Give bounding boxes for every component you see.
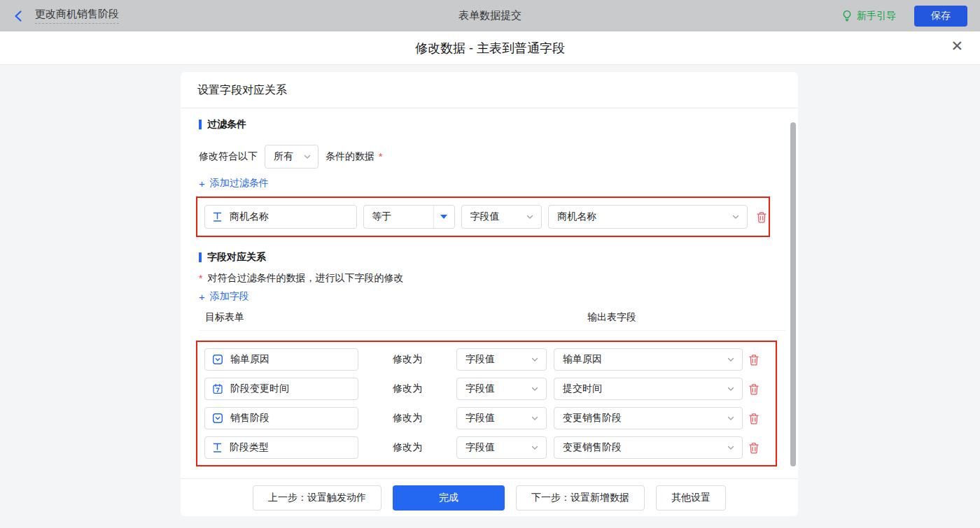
chevron-down-icon: [531, 443, 539, 452]
chevron-down-icon: [303, 152, 312, 161]
match-prefix: 修改符合以下: [199, 150, 258, 163]
chevron-down-icon: [531, 355, 539, 364]
filter-field-value: 商机名称: [230, 211, 269, 223]
caret-down-icon: [440, 215, 447, 219]
target-field-input[interactable]: 阶段类型: [204, 436, 358, 459]
mapping-column-headers: 目标表单 输出表字段: [199, 311, 785, 331]
modify-label: 修改为: [365, 383, 449, 395]
output-field-select[interactable]: 提交时间: [554, 378, 743, 400]
output-field-value: 变更销售阶段: [563, 412, 622, 424]
filter-value-type: 字段值: [470, 211, 500, 223]
target-field-input[interactable]: 销售阶段: [204, 407, 358, 429]
section-marker: [199, 120, 202, 129]
value-type-select[interactable]: 字段值: [456, 378, 547, 400]
prev-step-button[interactable]: 上一步：设置触发动作: [253, 485, 382, 511]
chevron-down-icon: [732, 213, 740, 221]
delete-row-button[interactable]: [748, 383, 760, 395]
next-step-button[interactable]: 下一步：设置新增数据: [516, 485, 645, 511]
add-field-label: 添加字段: [210, 290, 249, 303]
operator-select[interactable]: 等于: [363, 205, 454, 229]
match-suffix: 条件的数据: [326, 150, 374, 163]
value-type: 字段值: [465, 412, 495, 424]
match-mode-select[interactable]: 所有: [265, 145, 318, 169]
panel-footer: 上一步：设置触发动作 完成 下一步：设置新增数据 其他设置: [181, 478, 798, 516]
filter-value-type-select[interactable]: 字段值: [461, 205, 542, 229]
panel-header: 设置字段对应关系: [181, 72, 798, 108]
delete-row-button[interactable]: [748, 413, 760, 424]
modify-label: 修改为: [365, 412, 449, 424]
chevron-down-icon: [727, 443, 735, 452]
chevron-down-icon: [526, 213, 534, 221]
output-field-header: 输出表字段: [587, 311, 636, 322]
value-type-select[interactable]: 字段值: [456, 407, 547, 429]
scrollbar-thumb[interactable]: [790, 122, 796, 466]
filter-compare-value: 商机名称: [557, 211, 596, 223]
target-field-value: 输单原因: [230, 353, 270, 366]
delete-condition-button[interactable]: [756, 211, 767, 223]
mapping-description: 对符合过滤条件的数据，进行以下字段的修改: [207, 272, 403, 285]
filter-section-title: 过滤条件: [199, 118, 784, 131]
chevron-down-icon: [727, 355, 735, 364]
filter-compare-value-select[interactable]: 商机名称: [548, 205, 748, 229]
select-field-icon: [212, 354, 223, 365]
mapping-description-line: * 对符合过滤条件的数据，进行以下字段的修改: [199, 272, 784, 285]
target-field-value: 销售阶段: [230, 412, 270, 424]
modify-label: 修改为: [365, 353, 449, 366]
chevron-down-icon: [727, 414, 735, 422]
value-type-select[interactable]: 字段值: [456, 348, 547, 371]
output-field-value: 变更销售阶段: [563, 441, 622, 454]
text-field-icon: [212, 211, 223, 222]
value-type-select[interactable]: 字段值: [456, 436, 547, 459]
delete-row-button[interactable]: [748, 442, 760, 454]
plus-icon: +: [199, 178, 205, 190]
value-type: 字段值: [465, 383, 495, 395]
filter-field-input[interactable]: 商机名称: [204, 205, 357, 229]
match-mode-value: 所有: [274, 150, 293, 163]
value-type: 字段值: [465, 353, 495, 366]
mapping-row: 阶段变更时间 修改为 字段值 提交时间: [204, 378, 769, 400]
add-filter-condition-label: 添加过滤条件: [210, 177, 269, 190]
mapping-row: 销售阶段 修改为 字段值 变更销售阶段: [204, 407, 769, 429]
node-title: 表单数据提交: [0, 9, 980, 22]
modal-title: 修改数据 - 主表到普通字段: [415, 40, 565, 57]
plus-icon: +: [199, 291, 205, 303]
select-field-icon: [212, 413, 223, 424]
modify-label: 修改为: [365, 441, 449, 454]
mapping-section-label: 字段对应关系: [207, 251, 266, 264]
add-filter-condition-link[interactable]: + 添加过滤条件: [199, 177, 269, 190]
text-field-icon: [212, 442, 223, 453]
operator-caret-zone[interactable]: [433, 206, 454, 228]
filter-section-label: 过滤条件: [207, 118, 246, 131]
flow-title[interactable]: 更改商机销售阶段: [35, 8, 119, 24]
output-field-value: 提交时间: [563, 383, 602, 395]
top-bar: 更改商机销售阶段 表单数据提交 新手引导 保存: [0, 0, 980, 31]
panel-content: 过滤条件 修改符合以下 所有 条件的数据 * + 添加过滤条件: [181, 108, 798, 478]
delete-row-button[interactable]: [748, 354, 760, 366]
output-field-select[interactable]: 变更销售阶段: [554, 407, 743, 429]
beginner-guide-link[interactable]: 新手引导: [841, 10, 896, 22]
chevron-down-icon: [727, 385, 735, 393]
back-chevron-icon: [13, 10, 25, 22]
field-mapping-highlight-box: 输单原因 修改为 字段值 输单原因: [196, 341, 777, 466]
required-mark: *: [199, 273, 202, 284]
done-button[interactable]: 完成: [393, 485, 505, 511]
target-field-value: 阶段类型: [230, 441, 269, 454]
target-field-input[interactable]: 输单原因: [204, 348, 358, 371]
other-settings-button[interactable]: 其他设置: [656, 485, 726, 511]
beginner-guide-label: 新手引导: [857, 10, 896, 22]
add-field-link[interactable]: + 添加字段: [199, 290, 249, 303]
lightbulb-icon: [841, 10, 853, 22]
target-field-input[interactable]: 阶段变更时间: [204, 378, 358, 400]
target-field-value: 阶段变更时间: [230, 383, 289, 395]
mapping-row: 输单原因 修改为 字段值 输单原因: [204, 348, 769, 371]
output-field-select[interactable]: 输单原因: [554, 348, 743, 371]
close-icon[interactable]: ✕: [951, 38, 963, 53]
date-field-icon: [212, 383, 223, 394]
back-button[interactable]: [13, 10, 25, 22]
target-form-header: 目标表单: [205, 311, 584, 324]
chevron-down-icon: [531, 414, 539, 422]
save-button[interactable]: 保存: [914, 6, 967, 27]
output-field-select[interactable]: 变更销售阶段: [554, 436, 743, 459]
chevron-down-icon: [531, 385, 539, 393]
value-type: 字段值: [465, 441, 495, 454]
